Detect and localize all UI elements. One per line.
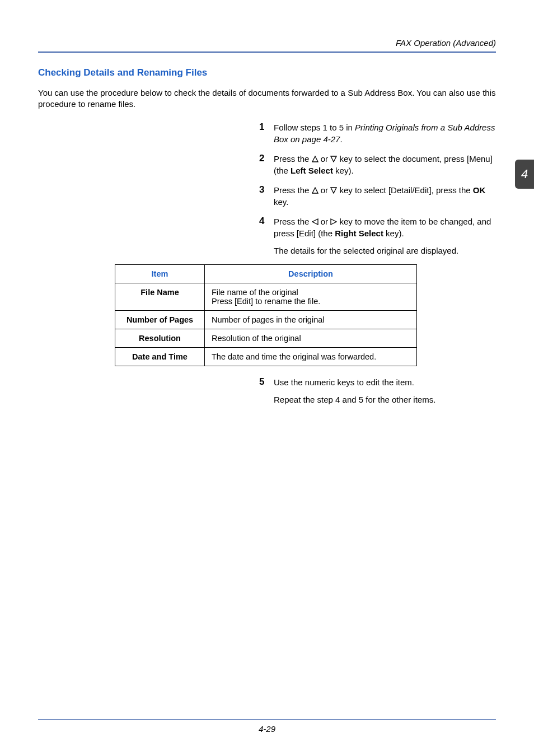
svg-marker-3 xyxy=(331,188,336,193)
text: or xyxy=(318,185,331,195)
table-row: File Name File name of the original Pres… xyxy=(115,283,417,310)
text: Press the xyxy=(274,217,312,226)
step-number: 2 xyxy=(259,153,274,176)
text: Press the xyxy=(274,154,312,164)
step-body: Press the or key to select the document,… xyxy=(274,153,496,176)
table-row: Number of Pages Number of pages in the o… xyxy=(115,310,417,329)
down-triangle-icon xyxy=(330,187,337,194)
footer-rule xyxy=(38,719,496,720)
desc-cell: Number of pages in the original xyxy=(205,310,417,329)
step-number: 3 xyxy=(259,184,274,208)
item-cell: Date and Time xyxy=(115,347,205,366)
left-triangle-icon xyxy=(312,218,318,225)
text: or xyxy=(318,217,331,226)
steps-block-lower: 5 Use the numeric keys to edit the item.… xyxy=(259,376,496,405)
text: Press the xyxy=(274,185,312,195)
svg-marker-2 xyxy=(312,188,318,193)
chapter-tab: 4 xyxy=(515,160,534,189)
text: Use the numeric keys to edit the item. xyxy=(274,377,414,387)
right-triangle-icon xyxy=(330,218,337,225)
header-rule xyxy=(38,52,496,53)
step-3: 3 Press the or key to select [Detail/Edi… xyxy=(259,184,496,208)
key-name: Left Select xyxy=(291,166,333,175)
details-table: Item Description File Name File name of … xyxy=(115,264,417,366)
col-description: Description xyxy=(205,264,417,283)
desc-cell: The date and time the original was forwa… xyxy=(205,347,417,366)
step-subtext: Repeat the step 4 and 5 for the other it… xyxy=(274,394,435,405)
table-row: Resolution Resolution of the original xyxy=(115,329,417,347)
table-header-row: Item Description xyxy=(115,264,417,283)
svg-marker-4 xyxy=(312,219,318,225)
item-cell: File Name xyxy=(115,283,205,310)
text: key. xyxy=(274,197,288,207)
desc-cell: Resolution of the original xyxy=(205,329,417,347)
svg-marker-0 xyxy=(312,156,318,162)
step-2: 2 Press the or key to select the documen… xyxy=(259,153,496,176)
step-body: Use the numeric keys to edit the item. R… xyxy=(274,376,435,405)
step-body: Press the or key to move the item to be … xyxy=(274,216,496,256)
up-triangle-icon xyxy=(312,187,318,194)
steps-block: 1 Follow steps 1 to 5 in Printing Origin… xyxy=(259,122,496,256)
intro-paragraph: You can use the procedure below to check… xyxy=(38,87,496,110)
text: key). xyxy=(333,166,354,175)
up-triangle-icon xyxy=(312,156,318,162)
text: key to select [Detail/Edit], press the xyxy=(337,185,473,195)
header-section: FAX Operation (Advanced) xyxy=(396,38,496,48)
step-5: 5 Use the numeric keys to edit the item.… xyxy=(259,376,496,405)
desc-cell: File name of the original Press [Edit] t… xyxy=(205,283,417,310)
content: Checking Details and Renaming Files You … xyxy=(38,67,496,413)
table-row: Date and Time The date and time the orig… xyxy=(115,347,417,366)
col-item: Item xyxy=(115,264,205,283)
step-body: Follow steps 1 to 5 in Printing Original… xyxy=(274,122,496,145)
section-title: Checking Details and Renaming Files xyxy=(38,67,496,78)
key-name: OK xyxy=(473,185,486,195)
down-triangle-icon xyxy=(330,156,337,162)
page: FAX Operation (Advanced) 4 Checking Deta… xyxy=(0,0,534,756)
step-1: 1 Follow steps 1 to 5 in Printing Origin… xyxy=(259,122,496,145)
step-number: 1 xyxy=(259,122,274,145)
item-cell: Number of Pages xyxy=(115,310,205,329)
text: or xyxy=(318,154,331,164)
footer: 4-29 xyxy=(0,719,534,734)
svg-marker-5 xyxy=(331,219,336,225)
step-number: 4 xyxy=(259,216,274,256)
step-number: 5 xyxy=(259,376,274,405)
text: Follow steps 1 to 5 in xyxy=(274,123,355,132)
page-number: 4-29 xyxy=(259,724,275,734)
key-name: Right Select xyxy=(335,228,383,238)
text: . xyxy=(340,134,342,144)
step-subtext: The details for the selected original ar… xyxy=(274,245,496,256)
item-cell: Resolution xyxy=(115,329,205,347)
svg-marker-1 xyxy=(331,156,336,162)
step-4: 4 Press the or key to move the item to b… xyxy=(259,216,496,256)
step-body: Press the or key to select [Detail/Edit]… xyxy=(274,184,496,208)
text: key). xyxy=(383,228,404,238)
